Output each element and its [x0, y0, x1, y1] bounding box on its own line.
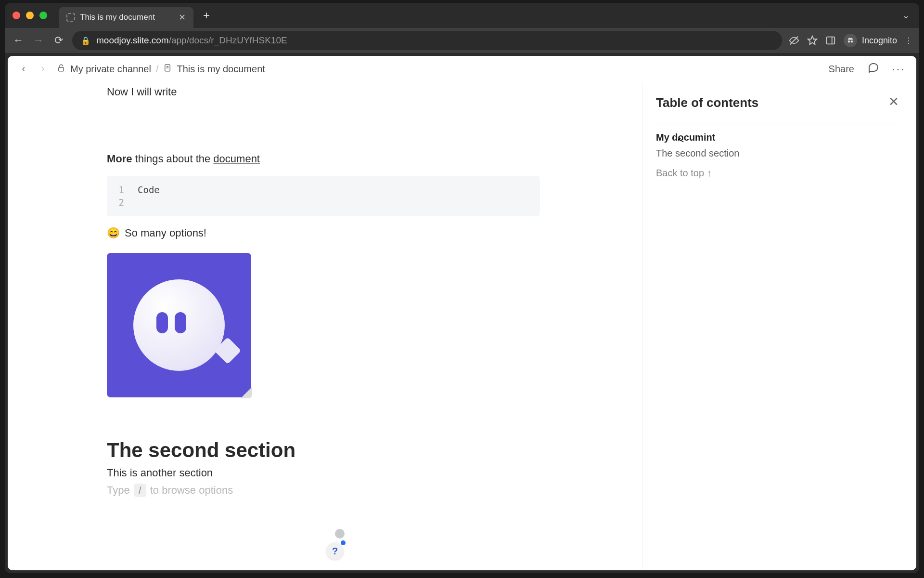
app-frame: ‹ › My private channel / This is my docu… [8, 56, 916, 570]
eye-off-icon[interactable] [789, 35, 799, 46]
more-underlined: document [213, 153, 260, 165]
breadcrumb: My private channel / This is my document [57, 64, 265, 75]
placeholder-post: to browse options [150, 484, 233, 497]
code-row: 2 [116, 197, 531, 208]
browser-menu-icon[interactable]: ⋮ [905, 36, 912, 45]
app-forward-icon[interactable]: › [38, 63, 48, 75]
nav-back-icon[interactable]: ← [12, 34, 25, 47]
slash-key-icon: / [134, 484, 146, 497]
presence-avatar-icon [335, 529, 345, 539]
intro-paragraph[interactable]: Now I will write [107, 84, 540, 100]
tab-title: This is my document [80, 13, 155, 22]
svg-rect-6 [59, 67, 64, 71]
emoji-paragraph[interactable]: 😄 So many options! [107, 227, 540, 239]
maximize-window-button[interactable] [39, 12, 47, 19]
ghost-illustration-icon [133, 279, 225, 371]
incognito-badge[interactable]: Incognito [844, 34, 897, 47]
resize-handle-icon[interactable] [241, 387, 252, 398]
tabs-overflow-icon[interactable]: ⌄ [902, 10, 910, 21]
tab-close-icon[interactable]: ✕ [179, 12, 186, 23]
toc-title: Table of contents [656, 95, 899, 110]
share-button[interactable]: Share [829, 64, 854, 75]
app-back-icon[interactable]: ‹ [18, 63, 29, 75]
breadcrumb-separator: / [156, 64, 159, 75]
code-text[interactable]: Code [138, 184, 160, 195]
svg-point-4 [848, 40, 850, 43]
svg-point-5 [851, 40, 853, 43]
app-topbar: ‹ › My private channel / This is my docu… [8, 56, 916, 82]
code-row: 1 Code [116, 184, 531, 195]
more-mid: things about the [132, 153, 214, 165]
toc-divider [656, 123, 899, 123]
comments-icon[interactable] [868, 62, 879, 76]
smile-emoji-icon: 😄 [107, 227, 120, 239]
lock-open-icon [57, 64, 65, 75]
help-button[interactable]: ? [326, 542, 344, 560]
arrow-up-icon: ↑ [707, 168, 712, 178]
url-bar: ← → ⟳ 🔒 moodjoy.slite.com/app/docs/r_DHz… [5, 28, 919, 53]
emoji-text: So many options! [125, 227, 206, 239]
more-menu-icon[interactable]: ··· [892, 62, 906, 76]
url-domain: moodjoy.slite.com [96, 35, 169, 45]
star-icon[interactable] [807, 35, 818, 46]
urlbar-right-icons: Incognito ⋮ [789, 34, 912, 47]
toc-close-icon[interactable]: ✕ [888, 94, 899, 109]
incognito-icon [844, 34, 857, 47]
document-icon [163, 64, 172, 75]
table-of-contents-panel: Table of contents ✕ My documint ↖ The se… [642, 82, 916, 570]
toc-back-label: Back to top [656, 168, 704, 178]
minimize-window-button[interactable] [26, 12, 34, 19]
incognito-label: Incognito [862, 36, 897, 46]
help-glyph: ? [332, 546, 338, 557]
breadcrumb-channel[interactable]: My private channel [70, 64, 151, 75]
tab-favicon-icon [66, 13, 75, 22]
url-path: /app/docs/r_DHzUYfHSK10E [169, 35, 287, 45]
svg-marker-1 [808, 36, 817, 44]
slash-placeholder[interactable]: Type / to browse options [107, 484, 540, 497]
close-window-button[interactable] [13, 12, 20, 19]
section-heading[interactable]: The second section [107, 439, 540, 462]
reload-icon[interactable]: ⟳ [52, 34, 65, 47]
document-area[interactable]: Now I will write More things about the d… [8, 82, 642, 570]
panel-icon[interactable] [825, 35, 836, 46]
toc-item-active[interactable]: My documint [656, 132, 899, 143]
nav-forward-icon[interactable]: → [32, 34, 45, 47]
breadcrumb-doc[interactable]: This is my document [177, 64, 265, 75]
address-field[interactable]: 🔒 moodjoy.slite.com/app/docs/r_DHzUYfHSK… [72, 31, 782, 50]
more-bold: More [107, 153, 132, 165]
toc-back-to-top[interactable]: Back to top ↑ [656, 168, 899, 179]
new-tab-button[interactable]: + [203, 9, 210, 22]
lock-icon: 🔒 [81, 36, 90, 45]
section-body[interactable]: This is another section [107, 465, 540, 481]
placeholder-pre: Type [107, 484, 130, 497]
svg-rect-2 [827, 37, 835, 44]
embedded-image[interactable] [107, 253, 251, 397]
more-paragraph[interactable]: More things about the document [107, 153, 540, 165]
toc-item[interactable]: The second section [656, 148, 899, 159]
line-number: 1 [116, 184, 124, 195]
titlebar: This is my document ✕ + ⌄ [5, 3, 919, 28]
window-controls [13, 12, 47, 19]
browser-window: This is my document ✕ + ⌄ ← → ⟳ 🔒 moodjo… [5, 3, 919, 573]
line-number: 2 [116, 197, 124, 208]
browser-tab[interactable]: This is my document ✕ [59, 7, 193, 28]
code-block[interactable]: 1 Code 2 [107, 176, 540, 216]
split-layout: Now I will write More things about the d… [8, 82, 916, 570]
